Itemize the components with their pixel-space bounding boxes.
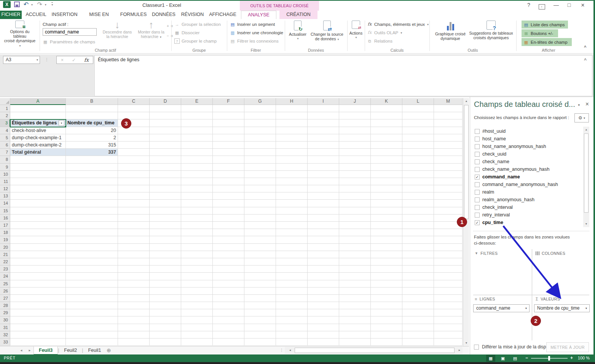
cell-J29[interactable] bbox=[339, 309, 371, 316]
cell-C18[interactable] bbox=[118, 229, 150, 236]
cell-C17[interactable] bbox=[118, 222, 150, 229]
cell-M23[interactable] bbox=[434, 265, 463, 273]
page-layout-view-icon[interactable]: ▣ bbox=[498, 355, 507, 362]
cell-C23[interactable] bbox=[118, 265, 150, 273]
field-checkbox[interactable] bbox=[475, 144, 480, 149]
cell-L6[interactable] bbox=[402, 141, 434, 149]
cell-M20[interactable] bbox=[434, 244, 463, 251]
cell-L2[interactable] bbox=[402, 112, 434, 119]
cell-B20[interactable] bbox=[66, 244, 118, 251]
cell-M4[interactable] bbox=[434, 127, 463, 134]
horizontal-scroll-thumb[interactable] bbox=[295, 348, 455, 353]
cell-G4[interactable] bbox=[244, 127, 276, 134]
cell-E1[interactable] bbox=[181, 105, 213, 112]
field-scroll-thumb[interactable] bbox=[584, 134, 589, 213]
cell-H3[interactable] bbox=[276, 119, 308, 127]
cell-I15[interactable] bbox=[308, 207, 339, 215]
cell-A23[interactable] bbox=[10, 265, 66, 273]
pivot-chart-button[interactable]: Graphique croisé dynamique bbox=[432, 21, 468, 41]
cell-F14[interactable] bbox=[213, 200, 244, 207]
horizontal-scrollbar[interactable]: ◄ ► bbox=[285, 347, 463, 354]
fill-handle[interactable] bbox=[64, 126, 66, 127]
cell-H32[interactable] bbox=[276, 331, 308, 339]
field-item-retry_interval[interactable]: retry_interval bbox=[473, 211, 583, 219]
cell-F11[interactable] bbox=[213, 178, 244, 185]
cell-A29[interactable] bbox=[10, 309, 66, 316]
cell-B16[interactable] bbox=[66, 215, 118, 222]
cell-D17[interactable] bbox=[150, 222, 181, 229]
cell-J28[interactable] bbox=[339, 302, 371, 309]
cell-J13[interactable] bbox=[339, 192, 371, 200]
cell-G29[interactable] bbox=[244, 309, 276, 316]
cell-A10[interactable] bbox=[10, 171, 66, 178]
cell-K23[interactable] bbox=[371, 265, 402, 273]
scroll-right-icon[interactable]: ► bbox=[456, 347, 463, 353]
scroll-up-icon[interactable]: ▲ bbox=[463, 98, 469, 104]
cell-H4[interactable] bbox=[276, 127, 308, 134]
cell-I22[interactable] bbox=[308, 258, 339, 265]
cell-F4[interactable] bbox=[213, 127, 244, 134]
row-header-11[interactable]: 11 bbox=[0, 178, 10, 185]
field-checkbox[interactable] bbox=[475, 152, 480, 157]
sheet-nav-right-icon[interactable]: ► bbox=[28, 347, 31, 354]
cell-F20[interactable] bbox=[213, 244, 244, 251]
cell-K24[interactable] bbox=[371, 273, 402, 280]
cell-G33[interactable] bbox=[244, 339, 276, 346]
cell-J22[interactable] bbox=[339, 258, 371, 265]
cell-B25[interactable] bbox=[66, 280, 118, 288]
cell-H31[interactable] bbox=[276, 324, 308, 331]
cell-F7[interactable] bbox=[213, 149, 244, 156]
cell-E10[interactable] bbox=[181, 171, 213, 178]
cell-B1[interactable] bbox=[66, 105, 118, 112]
cell-K16[interactable] bbox=[371, 215, 402, 222]
zoom-level[interactable]: 100 % bbox=[578, 356, 590, 360]
column-header-L[interactable]: L bbox=[402, 98, 434, 105]
cell-H11[interactable] bbox=[276, 178, 308, 185]
save-icon[interactable] bbox=[14, 2, 20, 7]
cell-H21[interactable] bbox=[276, 251, 308, 258]
column-header-K[interactable]: K bbox=[371, 98, 402, 105]
row-header-24[interactable]: 24 bbox=[0, 273, 10, 280]
field-item-check_interval[interactable]: check_interval bbox=[473, 203, 583, 211]
cell-H2[interactable] bbox=[276, 112, 308, 119]
cell-M12[interactable] bbox=[434, 185, 463, 192]
field-checkbox[interactable]: ✓ bbox=[475, 175, 480, 180]
cell-L22[interactable] bbox=[402, 258, 434, 265]
cell-F2[interactable] bbox=[213, 112, 244, 119]
cell-H23[interactable] bbox=[276, 265, 308, 273]
cell-D7[interactable] bbox=[150, 149, 181, 156]
cell-B7[interactable]: 337 bbox=[66, 149, 118, 156]
cell-E4[interactable] bbox=[181, 127, 213, 134]
collapse-formula-bar-icon[interactable]: ^ bbox=[584, 57, 587, 63]
normal-view-icon[interactable]: ▦ bbox=[486, 355, 495, 362]
cell-K19[interactable] bbox=[371, 236, 402, 243]
group-field-button[interactable]: 7 Grouper le champ bbox=[174, 37, 217, 45]
cell-J30[interactable] bbox=[339, 316, 371, 324]
cell-G16[interactable] bbox=[244, 215, 276, 222]
cell-F10[interactable] bbox=[213, 171, 244, 178]
cell-E29[interactable] bbox=[181, 309, 213, 316]
select-all-corner[interactable] bbox=[0, 98, 10, 105]
pane-options-caret-icon[interactable]: ▾ bbox=[578, 103, 580, 107]
tab-fichier[interactable]: FICHIER bbox=[0, 11, 22, 19]
cell-B32[interactable] bbox=[66, 331, 118, 339]
cell-B8[interactable] bbox=[66, 156, 118, 163]
cell-L31[interactable] bbox=[402, 324, 434, 331]
cell-D19[interactable] bbox=[150, 236, 181, 243]
cell-E6[interactable] bbox=[181, 141, 213, 149]
row-header-1[interactable]: 1 bbox=[0, 105, 10, 112]
cell-J5[interactable] bbox=[339, 134, 371, 141]
cell-L5[interactable] bbox=[402, 134, 434, 141]
cell-J25[interactable] bbox=[339, 280, 371, 288]
cell-A18[interactable] bbox=[10, 229, 66, 236]
row-header-22[interactable]: 22 bbox=[0, 258, 10, 265]
cell-C4[interactable] bbox=[118, 127, 150, 134]
cell-D11[interactable] bbox=[150, 178, 181, 185]
cell-D23[interactable] bbox=[150, 265, 181, 273]
cell-G28[interactable] bbox=[244, 302, 276, 309]
cell-D9[interactable] bbox=[150, 164, 181, 171]
cell-I8[interactable] bbox=[308, 156, 339, 163]
ungroup-button[interactable]: ▦ Dissocier bbox=[174, 29, 199, 37]
cell-I11[interactable] bbox=[308, 178, 339, 185]
cell-E25[interactable] bbox=[181, 280, 213, 288]
